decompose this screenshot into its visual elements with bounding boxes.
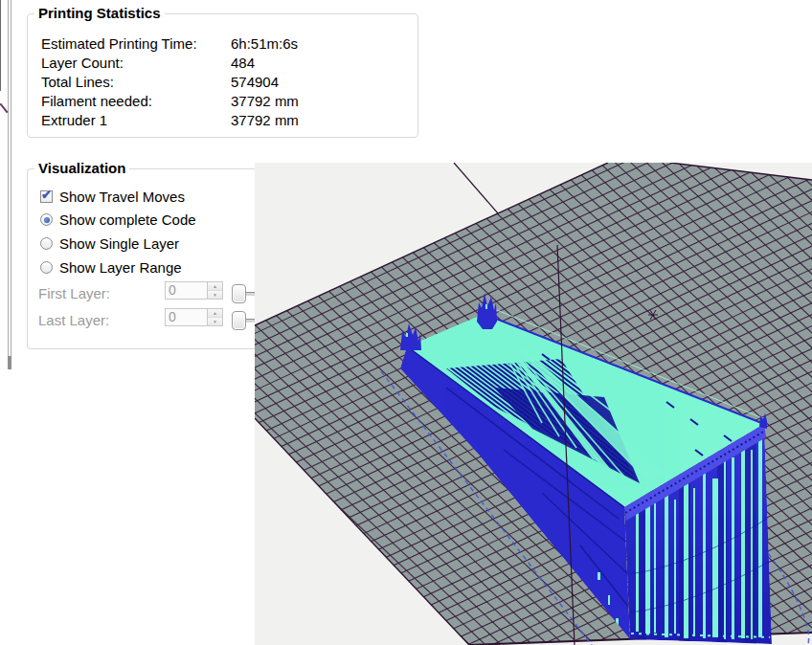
stat-value: 6h:51m:6s	[231, 35, 417, 52]
show-layer-range-row: Show Layer Range	[40, 259, 182, 276]
panel-splitter-line[interactable]	[11, 0, 11, 369]
show-travel-moves-row: ✔ Show Travel Moves	[40, 189, 185, 205]
show-travel-moves-checkbox[interactable]: ✔	[40, 190, 53, 203]
checkbox-check-icon: ✔	[41, 188, 52, 202]
show-layer-range-radio[interactable]	[40, 261, 53, 274]
show-travel-moves-label[interactable]: Show Travel Moves	[59, 189, 185, 205]
first-layer-value[interactable]: 0	[166, 282, 207, 299]
visualization-groupbox: Visualization ✔ Show Travel Moves Show c…	[27, 168, 255, 349]
stat-row-printing-time: Estimated Printing Time: 6h:51m:6s	[41, 33, 417, 53]
panel-splitter[interactable]	[8, 0, 9, 369]
splitter-grip[interactable]	[8, 356, 11, 369]
spinner-down-icon[interactable]: ▼	[208, 291, 222, 299]
stat-row-filament: Filament needed: 37792 mm	[41, 91, 417, 110]
spinner-up-icon[interactable]: ▲	[208, 282, 222, 291]
stat-label: Estimated Printing Time:	[41, 35, 231, 52]
stat-row-total-lines: Total Lines: 574904	[41, 72, 417, 91]
window-edge-line	[0, 0, 1, 91]
last-layer-spinner[interactable]: 0 ▲ ▼	[165, 308, 223, 326]
last-layer-value[interactable]: 0	[166, 309, 207, 325]
spinner-up-icon[interactable]: ▲	[208, 309, 222, 318]
show-complete-code-label[interactable]: Show complete Code	[59, 211, 196, 228]
printing-statistics-rows: Estimated Printing Time: 6h:51m:6s Layer…	[41, 33, 417, 129]
stat-label: Layer Count:	[41, 55, 231, 71]
spinner-down-icon[interactable]: ▼	[208, 318, 222, 325]
show-complete-code-radio[interactable]	[40, 213, 53, 226]
show-complete-code-row: Show complete Code	[40, 211, 196, 228]
visualization-title: Visualization	[34, 160, 129, 176]
printing-statistics-groupbox: Printing Statistics Estimated Printing T…	[27, 13, 418, 138]
stat-label: Total Lines:	[41, 74, 231, 90]
first-layer-slider-thumb[interactable]	[232, 284, 246, 303]
stat-row-extruder1: Extruder 1 37792 mm	[41, 110, 417, 129]
stat-label: Filament needed:	[41, 93, 231, 109]
last-layer-label: Last Layer:	[38, 312, 109, 328]
show-layer-range-label[interactable]: Show Layer Range	[59, 259, 182, 276]
last-layer-slider-thumb[interactable]	[232, 311, 246, 330]
stat-value: 37792 mm	[231, 112, 417, 128]
printing-statistics-title: Printing Statistics	[34, 5, 165, 21]
stat-value: 484	[231, 55, 417, 71]
gcode-3d-viewport[interactable]	[255, 163, 812, 645]
stat-row-layer-count: Layer Count: 484	[41, 53, 417, 72]
spinner-buttons: ▲ ▼	[207, 309, 222, 325]
stat-value: 574904	[231, 74, 417, 90]
show-single-layer-row: Show Single Layer	[40, 235, 179, 252]
first-layer-spinner[interactable]: 0 ▲ ▼	[165, 281, 223, 300]
show-single-layer-radio[interactable]	[40, 237, 53, 250]
radio-dot-icon	[44, 217, 50, 223]
first-layer-label: First Layer:	[38, 285, 110, 301]
spinner-buttons: ▲ ▼	[207, 282, 222, 299]
stat-value: 37792 mm	[231, 93, 417, 109]
stat-label: Extruder 1	[41, 112, 231, 128]
show-single-layer-label[interactable]: Show Single Layer	[59, 235, 179, 252]
